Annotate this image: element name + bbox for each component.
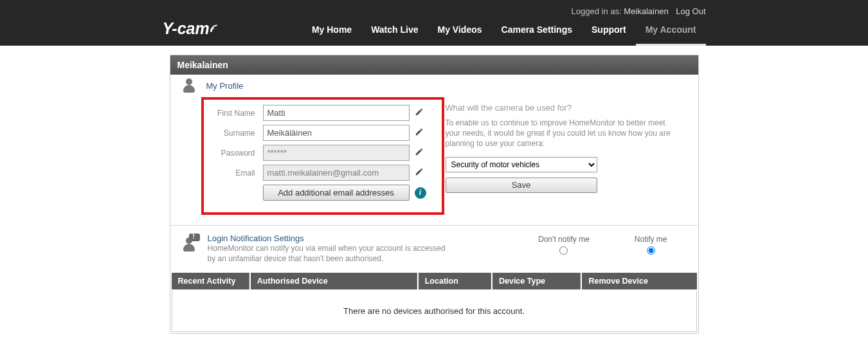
first-name-label: First Name bbox=[209, 109, 255, 118]
camera-usage-description: To enable us to continue to improve Home… bbox=[446, 118, 674, 149]
col-remove-device: Remove Device bbox=[582, 273, 696, 289]
nav-support[interactable]: Support bbox=[582, 15, 636, 46]
password-input bbox=[263, 145, 410, 161]
devices-empty-message: There are no devices authorised for this… bbox=[172, 291, 697, 332]
col-authorised-device: Authorised Device bbox=[251, 273, 417, 289]
devices-table: Recent Activity Authorised Device Locati… bbox=[170, 271, 698, 333]
edit-email-icon[interactable] bbox=[415, 167, 424, 178]
edit-password-icon[interactable] bbox=[415, 147, 424, 158]
logo-signal-icon bbox=[210, 24, 219, 33]
login-notification-description: HomeMonitor can notify you via email whe… bbox=[208, 243, 452, 264]
dont-notify-label: Don't notify me bbox=[538, 235, 590, 244]
logged-in-as-label: Logged in as: bbox=[572, 6, 622, 16]
first-name-input[interactable] bbox=[263, 105, 410, 121]
col-device-type: Device Type bbox=[493, 273, 581, 289]
logout-link[interactable]: Log Out bbox=[676, 6, 705, 16]
password-label: Password bbox=[209, 149, 255, 158]
notification-icon: ! bbox=[182, 234, 200, 264]
highlighted-profile-form: First Name Surname bbox=[201, 97, 444, 215]
email-label: Email bbox=[209, 169, 255, 178]
top-bar: Logged in as: Meikalainen Log Out Y-cam … bbox=[0, 0, 868, 46]
camera-usage-select[interactable]: Security of motor vehicles bbox=[446, 157, 597, 172]
nav-my-account[interactable]: My Account bbox=[636, 15, 706, 46]
email-input bbox=[263, 165, 410, 181]
site-logo[interactable]: Y-cam bbox=[163, 19, 219, 38]
col-recent-activity: Recent Activity bbox=[172, 273, 249, 289]
panel-title: Meikalainen bbox=[170, 55, 698, 75]
info-icon[interactable]: i bbox=[415, 187, 426, 199]
login-notification-heading: Login Notification Settings bbox=[208, 234, 452, 243]
notify-radio[interactable] bbox=[647, 246, 655, 255]
nav-my-home[interactable]: My Home bbox=[302, 15, 361, 46]
nav-camera-settings[interactable]: Camera Settings bbox=[492, 15, 582, 46]
edit-first-name-icon[interactable] bbox=[415, 107, 424, 118]
surname-input[interactable] bbox=[263, 125, 410, 141]
save-button[interactable]: Save bbox=[446, 178, 597, 193]
camera-usage-question: What will the camera be used for? bbox=[446, 103, 674, 113]
notify-label: Notify me bbox=[635, 235, 667, 244]
col-location: Location bbox=[419, 273, 491, 289]
user-icon bbox=[182, 78, 197, 215]
svg-point-0 bbox=[210, 30, 212, 32]
account-panel: Meikalainen My Profile First Name bbox=[170, 55, 699, 334]
surname-label: Surname bbox=[209, 129, 255, 138]
add-email-button[interactable]: Add additional email addresses bbox=[263, 185, 410, 201]
logged-in-username: Meikalainen bbox=[624, 6, 668, 16]
logo-text: Y-cam bbox=[163, 19, 210, 38]
edit-surname-icon[interactable] bbox=[415, 127, 424, 138]
my-profile-heading: My Profile bbox=[206, 78, 439, 97]
dont-notify-radio[interactable] bbox=[559, 246, 568, 255]
nav-my-videos[interactable]: My Videos bbox=[428, 15, 492, 46]
nav-watch-live[interactable]: Watch Live bbox=[361, 15, 428, 46]
